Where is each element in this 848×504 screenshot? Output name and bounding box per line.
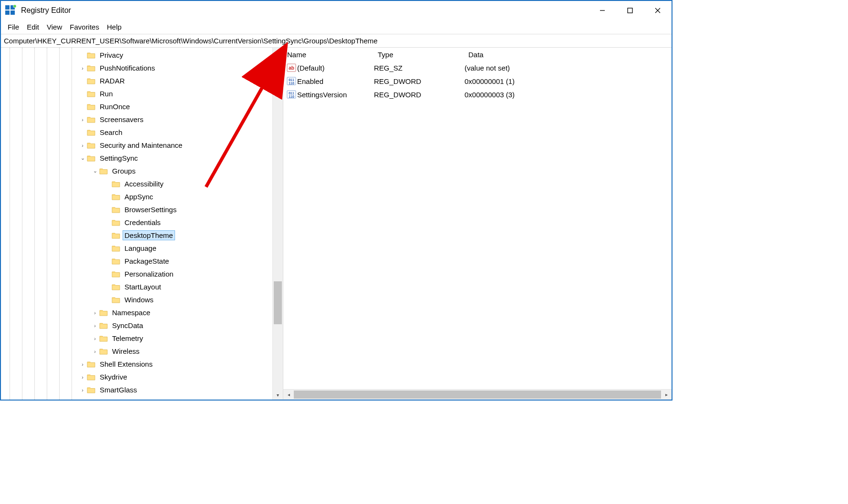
chevron-down-icon[interactable]: ⌄ [92, 168, 98, 174]
scroll-down-icon[interactable]: ▾ [273, 390, 283, 400]
value-type: REG_DWORD [374, 91, 465, 99]
tree-item[interactable]: ›Namespace [1, 306, 272, 319]
close-button[interactable] [644, 1, 672, 20]
menu-help[interactable]: Help [104, 22, 124, 32]
chevron-right-icon[interactable]: › [79, 65, 86, 71]
tree-item-label: RADAR [98, 76, 126, 85]
list-row[interactable]: 011110SettingsVersionREG_DWORD0x00000003… [283, 88, 672, 101]
tree-item[interactable]: ›Telemetry [1, 332, 272, 345]
chevron-right-icon[interactable]: › [92, 336, 98, 341]
menu-favorites[interactable]: Favorites [67, 22, 102, 32]
chevron-right-icon[interactable]: › [92, 323, 98, 329]
chevron-right-icon[interactable]: › [92, 310, 98, 316]
reg-string-icon: ab [286, 63, 297, 72]
folder-icon [87, 77, 95, 85]
expander-placeholder [104, 297, 111, 303]
tree-item[interactable]: RunOnce [1, 100, 272, 113]
col-header-type[interactable]: Type [374, 48, 465, 61]
maximize-button[interactable] [616, 1, 644, 20]
scroll-left-icon[interactable]: ◂ [283, 390, 294, 400]
list-header: Name Type Data [283, 48, 672, 61]
address-bar[interactable]: Computer\HKEY_CURRENT_USER\Software\Micr… [1, 34, 672, 48]
svg-text:011: 011 [289, 78, 294, 82]
chevron-right-icon[interactable]: › [79, 117, 86, 123]
tree-item[interactable]: ›PushNotifications [1, 62, 272, 74]
tree-item[interactable]: StartLayout [1, 280, 272, 293]
folder-icon [87, 154, 95, 162]
reg-binary-icon: 011110 [286, 76, 297, 86]
list-row[interactable]: ab(Default)REG_SZ(value not set) [283, 61, 672, 74]
tree-item[interactable]: ›Wireless [1, 345, 272, 358]
tree-item[interactable]: BrowserSettings [1, 203, 272, 216]
value-data: 0x00000003 (3) [465, 91, 672, 99]
menu-view[interactable]: View [44, 22, 65, 32]
folder-icon [99, 309, 108, 317]
tree-item[interactable]: Credentials [1, 216, 272, 229]
reg-binary-icon: 011110 [286, 90, 297, 99]
expander-placeholder [104, 194, 111, 200]
menu-edit[interactable]: Edit [24, 22, 42, 32]
tree-scrollbar[interactable]: ▴ ▾ [272, 48, 283, 400]
col-header-data[interactable]: Data [465, 48, 672, 61]
folder-icon [99, 167, 108, 175]
tree-item[interactable]: PackageState [1, 255, 272, 267]
chevron-right-icon[interactable]: › [92, 349, 98, 354]
tree-item[interactable]: ›Skydrive [1, 370, 272, 383]
folder-icon [112, 257, 120, 265]
hscroll-thumb[interactable] [294, 391, 661, 399]
tree-item[interactable]: AppSync [1, 190, 272, 203]
tree-item[interactable]: Language [1, 242, 272, 255]
list-row[interactable]: 011110EnabledREG_DWORD0x00000001 (1) [283, 74, 672, 88]
tree-item-label: PackageState [123, 257, 170, 266]
content-area: Privacy›PushNotifications RADAR Run RunO… [1, 48, 672, 400]
folder-icon [112, 283, 120, 291]
minimize-button[interactable] [589, 1, 616, 20]
col-header-name[interactable]: Name [283, 48, 374, 61]
tree-item[interactable]: ›Screensavers [1, 113, 272, 126]
tree-item[interactable]: Search [1, 126, 272, 139]
expander-placeholder [104, 258, 111, 264]
menu-file[interactable]: File [5, 22, 22, 32]
scroll-thumb[interactable] [274, 281, 282, 324]
list-hscrollbar[interactable]: ◂ ▸ [283, 389, 672, 400]
tree-item[interactable]: ›Security and Maintenance [1, 139, 272, 152]
chevron-right-icon[interactable]: › [79, 361, 86, 367]
value-name: Enabled [297, 77, 323, 85]
chevron-right-icon[interactable]: › [79, 387, 86, 393]
svg-text:110: 110 [289, 95, 294, 98]
tree-item-label: BrowserSettings [123, 205, 178, 214]
tree-item[interactable]: ›SyncData [1, 319, 272, 332]
tree-item[interactable]: ⌄SettingSync [1, 152, 272, 165]
expander-placeholder [104, 220, 111, 226]
folder-icon [87, 103, 95, 111]
expander-placeholder [104, 246, 111, 251]
folder-icon [112, 193, 120, 201]
scroll-up-icon[interactable]: ▴ [273, 48, 283, 57]
chevron-right-icon[interactable]: › [79, 374, 86, 380]
tree-item[interactable]: Personalization [1, 267, 272, 280]
tree-item-label: Windows [123, 295, 155, 304]
tree-item-label: DesktopTheme [123, 231, 175, 240]
folder-icon [112, 232, 120, 239]
tree-item[interactable]: Accessibility [1, 177, 272, 190]
address-text: Computer\HKEY_CURRENT_USER\Software\Micr… [4, 37, 378, 45]
scroll-right-icon[interactable]: ▸ [661, 390, 672, 400]
tree-item[interactable]: Run [1, 87, 272, 100]
tree-item[interactable]: Privacy [1, 49, 272, 62]
expander-placeholder [79, 52, 86, 58]
tree-item[interactable]: RADAR [1, 74, 272, 87]
tree-body[interactable]: Privacy›PushNotifications RADAR Run RunO… [1, 48, 272, 400]
tree-item-label: SmartGlass [98, 385, 138, 394]
tree-item[interactable]: Windows [1, 293, 272, 306]
folder-icon [99, 322, 108, 329]
list-body[interactable]: ab(Default)REG_SZ(value not set)011110En… [283, 61, 672, 389]
folder-icon [99, 348, 108, 355]
chevron-right-icon[interactable]: › [79, 143, 86, 148]
tree-item[interactable]: ›Shell Extensions [1, 358, 272, 370]
chevron-down-icon[interactable]: ⌄ [79, 155, 86, 161]
window-buttons [589, 1, 672, 20]
tree-item[interactable]: ⌄Groups [1, 165, 272, 177]
tree-item[interactable]: ›SmartGlass [1, 383, 272, 396]
tree-item[interactable]: DesktopTheme [1, 229, 272, 242]
value-name: (Default) [297, 64, 325, 72]
